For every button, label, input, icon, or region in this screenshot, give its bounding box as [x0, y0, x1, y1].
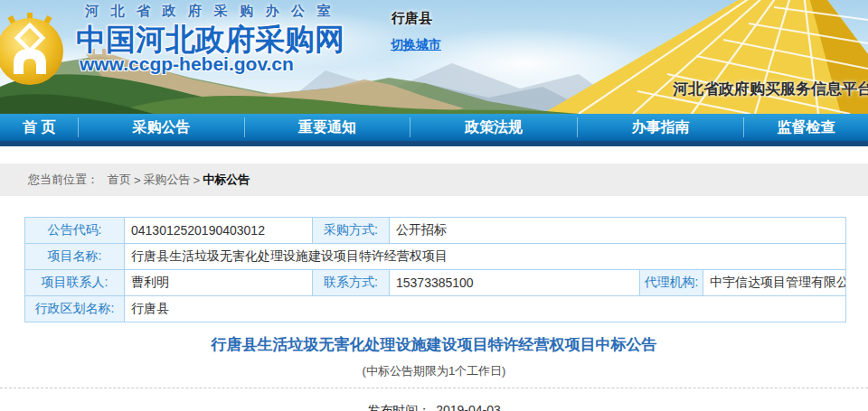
- table-row: 公告代码: 0413012520190403012 采购方式: 公开招标: [25, 218, 846, 244]
- announcement-subtitle: (中标公告期限为1个工作日): [0, 363, 868, 379]
- breadcrumb-separator: >: [193, 173, 201, 187]
- service-platform-banner-text: 河北省政府购买服务信息平台: [673, 79, 868, 99]
- announcement-info-table: 公告代码: 0413012520190403012 采购方式: 公开招标 项目名…: [24, 217, 846, 322]
- breadcrumb-item-home[interactable]: 首页: [108, 172, 131, 188]
- office-name: 河北省政府采购办公室: [85, 3, 343, 20]
- publish-time-value: 2019-04-03: [436, 403, 501, 411]
- nav-item-service-guide[interactable]: 办事指南: [578, 114, 742, 141]
- breadcrumb-separator: >: [134, 173, 141, 187]
- nav-underline-bar: [0, 141, 868, 146]
- procurement-method-label: 采购方式:: [313, 218, 390, 244]
- main-navigation: 首 页 采购公告 重要通知 政策法规 办事指南 监督检查: [0, 114, 868, 141]
- site-logo[interactable]: [0, 13, 69, 89]
- dashed-divider: [0, 388, 868, 388]
- procurement-method-value: 公开招标: [390, 218, 846, 244]
- agency-label: 代理机构:: [640, 270, 703, 296]
- publish-time-line: 发布时间：2019-04-03: [0, 403, 868, 411]
- announcement-code-value: 0413012520190403012: [125, 218, 313, 244]
- announcement-code-label: 公告代码:: [25, 218, 125, 244]
- nav-item-policies-regulations[interactable]: 政策法规: [410, 114, 577, 141]
- nav-item-supervision-inspection[interactable]: 监督检查: [744, 114, 868, 141]
- project-name-label: 项目名称:: [25, 244, 125, 270]
- contact-phone-value: 15373385100: [390, 270, 640, 296]
- current-region-label: 行唐县: [392, 10, 432, 27]
- breadcrumb: 您当前位置： 首页 > 采购公告 > 中标公告: [0, 163, 868, 196]
- nav-item-procurement-announcements[interactable]: 采购公告: [79, 114, 243, 141]
- breadcrumb-item-current: 中标公告: [203, 172, 250, 188]
- gold-emblem-icon: [0, 13, 69, 89]
- table-row: 行政区划名称: 行唐县: [25, 296, 846, 322]
- table-row: 项目名称: 行唐县生活垃圾无害化处理设施建设项目特许经营权项目: [25, 244, 846, 270]
- table-row: 项目联系人: 曹利明 联系方式: 15373385100 代理机构: 中宇信达项…: [25, 270, 846, 296]
- nav-item-home[interactable]: 首 页: [0, 114, 78, 141]
- agency-value: 中宇信达项目管理有限公司: [703, 270, 846, 296]
- switch-city-link[interactable]: 切换城市: [391, 37, 441, 53]
- nav-item-important-notices[interactable]: 重要通知: [245, 114, 410, 141]
- contact-phone-label: 联系方式:: [313, 270, 390, 296]
- breadcrumb-prefix: 您当前位置：: [28, 172, 99, 188]
- announcement-title: 行唐县生活垃圾无害化处理设施建设项目特许经营权项目中标公告: [0, 334, 868, 355]
- admin-region-value: 行唐县: [125, 296, 846, 322]
- project-name-value: 行唐县生活垃圾无害化处理设施建设项目特许经营权项目: [125, 244, 846, 270]
- contact-person-value: 曹利明: [125, 270, 313, 296]
- admin-region-label: 行政区划名称:: [25, 296, 125, 322]
- publish-time-label: 发布时间：: [367, 403, 430, 411]
- contact-person-label: 项目联系人:: [25, 270, 125, 296]
- site-url: www.ccgp-hebei.gov.cn: [80, 53, 294, 75]
- site-banner: 河北省政府采购办公室 中国河北政府采购网 www.ccgp-hebei.gov.…: [0, 0, 868, 114]
- breadcrumb-item-procurement[interactable]: 采购公告: [144, 172, 191, 188]
